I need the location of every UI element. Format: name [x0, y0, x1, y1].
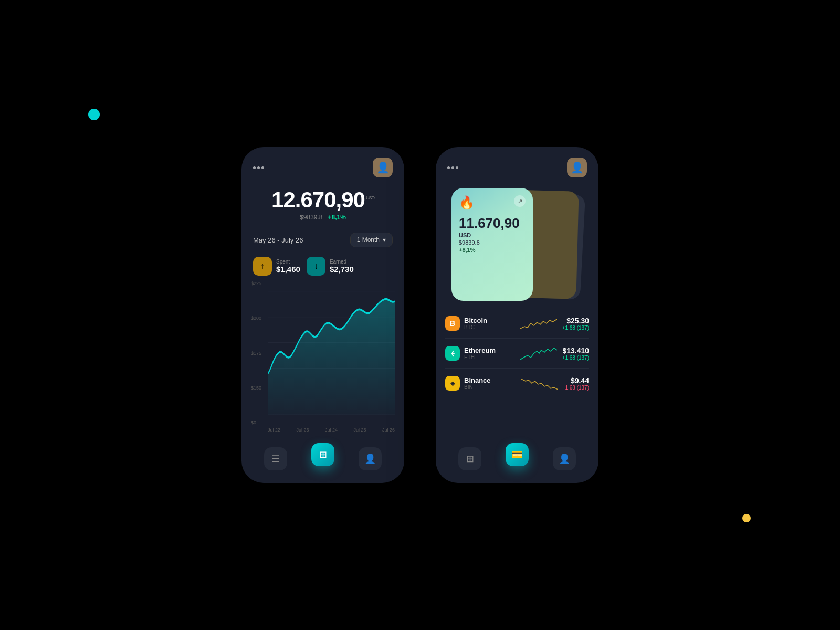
nav2-home-button[interactable]: ⊞: [458, 447, 481, 470]
bottom-nav-2: ⊞ 💳 👤: [436, 441, 598, 483]
earned-value: $2,730: [330, 265, 354, 274]
card-main[interactable]: 🔥 ↗ 11.670,90 USD $9839.8 +8,1%: [452, 188, 533, 301]
ethereum-ticker: ETH: [464, 354, 515, 360]
bitcoin-icon: B: [445, 316, 460, 331]
bitcoin-ticker: BTC: [464, 324, 515, 330]
bottom-nav: ☰ ⊞ 👤: [242, 441, 404, 483]
ethereum-change: +1.68 (137): [562, 355, 589, 361]
cards-stack: 🔥 ↗ 11.670,90 USD $9839.8 +8,1%: [446, 183, 588, 309]
menu-dots-icon: [253, 166, 264, 169]
spent-icon: ↑: [253, 257, 272, 276]
phone2-header: 👤: [436, 147, 598, 183]
card-change: +8,1%: [459, 247, 526, 253]
spent-label: Spent: [276, 259, 300, 265]
binance-ticker: BIN: [464, 384, 516, 390]
card-amount: 11.670,90: [459, 216, 526, 230]
yellow-decoration-dot: [742, 514, 751, 522]
bitcoin-sparkline: [520, 314, 557, 333]
balance-sub-info: $9839.8 +8,1%: [242, 214, 404, 221]
earned-label: Earned: [330, 259, 354, 265]
nav2-profile-button[interactable]: 👤: [553, 447, 576, 470]
phones-container: 👤 12.670,90USD $9839.8 +8,1% May 26 - Ju…: [242, 147, 598, 483]
nav-menu-button[interactable]: ☰: [264, 447, 287, 470]
ethereum-sparkline: [520, 344, 557, 363]
filter-label: 1 Month: [357, 236, 380, 244]
nav-profile-button[interactable]: 👤: [359, 447, 382, 470]
date-filter-row: May 26 - July 26 1 Month ▾: [242, 228, 404, 251]
card-currency: USD: [459, 232, 526, 238]
binance-sparkline: [521, 374, 558, 393]
menu-dots-icon-2: [447, 166, 458, 169]
nav-home-button[interactable]: ⊞: [311, 443, 334, 466]
binance-icon: ◈: [445, 376, 460, 391]
binance-name: Binance: [464, 376, 516, 384]
teal-decoration-dot: [88, 109, 100, 120]
ethereum-price: $13.410: [562, 346, 589, 355]
filter-button[interactable]: 1 Month ▾: [350, 233, 393, 247]
card-sub-amount: $9839.8: [459, 239, 526, 246]
binance-price: $9.44: [563, 376, 589, 385]
balance-change: +8,1%: [328, 214, 346, 221]
chart-area: $225 $200 $175 $150 $0: [242, 281, 404, 441]
currency-label: USD: [366, 195, 374, 201]
crypto-item-ethereum[interactable]: ⟠ Ethereum ETH $13.410 +1.68 (137): [445, 339, 589, 369]
spent-value: $1,460: [276, 265, 300, 274]
balance-amount: 12.670,90USD: [242, 188, 404, 212]
phone-wallet: 👤 🔥 ↗ 11.670,90 USD $9839.8 +8,1% B: [436, 147, 598, 483]
phone1-header: 👤: [242, 147, 404, 183]
chevron-down-icon: ▾: [383, 236, 386, 244]
ethereum-name: Ethereum: [464, 346, 515, 354]
ethereum-icon: ⟠: [445, 346, 460, 361]
nav2-wallet-button[interactable]: 💳: [506, 443, 529, 466]
card-arrow-icon: ↗: [514, 195, 526, 207]
balance-sub-amount: $9839.8: [300, 214, 322, 221]
crypto-item-binance[interactable]: ◈ Binance BIN $9.44 -1.68 (137): [445, 369, 589, 398]
earned-stat: ↓ Earned $2,730: [307, 257, 354, 276]
fire-icon: 🔥: [459, 195, 475, 210]
bitcoin-change: +1.68 (137): [562, 325, 589, 331]
earned-icon: ↓: [307, 257, 326, 276]
spent-stat: ↑ Spent $1,460: [253, 257, 300, 276]
avatar-2[interactable]: 👤: [567, 158, 587, 177]
date-range: May 26 - July 26: [253, 236, 303, 244]
stats-row: ↑ Spent $1,460 ↓ Earned $2,730: [242, 251, 404, 281]
chart-x-labels: Jul 22 Jul 23 Jul 24 Jul 25 Jul 26: [268, 427, 395, 433]
balance-section: 12.670,90USD $9839.8 +8,1%: [242, 183, 404, 228]
chart-y-labels: $225 $200 $175 $150 $0: [251, 281, 261, 425]
binance-change: -1.68 (137): [563, 385, 589, 391]
phone-dashboard: 👤 12.670,90USD $9839.8 +8,1% May 26 - Ju…: [242, 147, 404, 483]
balance-value: 12.670,90: [271, 187, 365, 212]
bitcoin-price: $25.30: [562, 317, 589, 325]
bitcoin-name: Bitcoin: [464, 317, 515, 324]
avatar[interactable]: 👤: [373, 158, 393, 177]
crypto-item-bitcoin[interactable]: B Bitcoin BTC $25.30 +1.68 (137): [445, 309, 589, 339]
chart-svg: [268, 281, 395, 425]
crypto-list: B Bitcoin BTC $25.30 +1.68 (137) ⟠ Ether…: [436, 309, 598, 441]
